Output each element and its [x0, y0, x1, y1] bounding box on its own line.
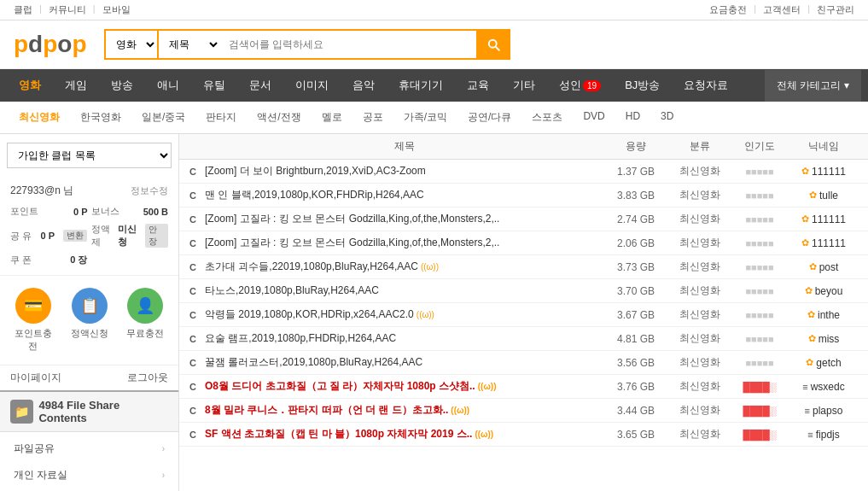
subnav-fantasy[interactable]: 판타지: [197, 107, 245, 128]
catnav-bj[interactable]: BJ방송: [613, 69, 672, 102]
file-pop: ■■■■■: [730, 310, 789, 320]
file-title[interactable]: 꿀잼 롤러코스터,2019,1080p,BluRay,H264,AAC: [205, 355, 602, 370]
table-row: C SF 액션 초고화질（캡 틴 마 블）1080p 자체자막 2019 스..…: [179, 423, 868, 447]
catnav-request[interactable]: 요청자료: [672, 69, 740, 102]
file-pop: ■■■■■: [730, 238, 789, 248]
plan-badge[interactable]: 안장: [145, 224, 168, 248]
file-pop: ■■■■■: [730, 334, 789, 344]
file-cat: 최신영화: [670, 427, 730, 441]
free-icon: 👤: [127, 288, 163, 324]
sub-nav: 최신영화 한국영화 일본/중국 판타지 액션/전쟁 멜로 공포 가족/코믹 공연…: [0, 102, 868, 134]
search-input[interactable]: [220, 29, 476, 60]
file-nick: ✿miss: [789, 333, 858, 345]
file-title[interactable]: 초가대 괴수들,22019,1080p,BluRay,H264,AAC((ω)): [205, 260, 602, 274]
col-pop: 인기도: [730, 139, 789, 154]
file-title[interactable]: [Zoom] 더 보이 Brightburn,2019,XviD,AC3-Zoo…: [205, 164, 602, 178]
sidebar-buttons: 💳 포인트충전 📋 정액신청 👤 무료충전: [0, 276, 178, 365]
file-size: 3.70 GB: [602, 285, 670, 297]
logout-link[interactable]: 로그아웃: [127, 371, 168, 385]
file-size: 3.73 GB: [602, 261, 670, 273]
table-row: C [Zoom] 더 보이 Brightburn,2019,XviD,AC3-Z…: [179, 160, 868, 184]
menu-fileshare[interactable]: 파일공유 ›: [0, 435, 178, 462]
search-category-select[interactable]: 영화 게임 방송: [104, 29, 157, 60]
file-type-icon: C: [189, 310, 205, 320]
file-title[interactable]: [Zoom] 고질라 : 킹 오브 몬스터 Godzilla,King,of,t…: [205, 212, 602, 226]
search-field-select[interactable]: 제목 내용 닉네임: [157, 29, 220, 60]
topnav-mobile[interactable]: 모바일: [102, 3, 131, 16]
point-charge-label: 포인트충전: [10, 327, 56, 353]
topnav-club[interactable]: 클럽: [14, 3, 32, 16]
topnav-support[interactable]: 고객센터: [763, 3, 801, 16]
mypage-link[interactable]: 마이페이지: [10, 371, 61, 385]
plan-icon: 📋: [72, 288, 108, 324]
file-size: 3.67 GB: [602, 309, 670, 321]
file-pop: ■■■■■: [730, 190, 789, 201]
subnav-3d[interactable]: 3D: [652, 107, 682, 128]
catnav-other[interactable]: 기타: [501, 69, 547, 102]
subnav-sports[interactable]: 스포츠: [523, 107, 571, 128]
plan-apply-btn[interactable]: 📋 정액신청: [63, 283, 116, 358]
table-row: C 악령들 2019,1080p,KOR,HDRip,x264,AAC2.0((…: [179, 303, 868, 327]
file-pop: ████░: [730, 382, 789, 392]
file-type-icon: C: [189, 238, 205, 248]
subnav-hd[interactable]: HD: [617, 107, 649, 128]
point-charge-btn[interactable]: 💳 포인트충전: [7, 283, 60, 358]
menu-personal[interactable]: 개인 자료실 ›: [0, 462, 178, 488]
file-type-icon: C: [189, 382, 205, 392]
catnav-util[interactable]: 유틸: [191, 69, 237, 102]
subnav-melo[interactable]: 멜로: [313, 107, 351, 128]
fileshare-title: 4984 File Share Contents: [38, 399, 168, 424]
search-button[interactable]: [476, 29, 510, 60]
file-title[interactable]: 요술 램프,2019,1080p,FHDRip,H264,AAC: [205, 331, 602, 346]
catnav-mobile[interactable]: 휴대기기: [387, 69, 455, 102]
topnav-community[interactable]: 커뮤니티: [49, 3, 86, 16]
file-nick: ✿post: [789, 261, 858, 273]
edit-info-link[interactable]: 정보수정: [131, 184, 168, 197]
file-title[interactable]: 맨 인 블랙,2019,1080p,KOR,FHDRip,H264,AAC: [205, 188, 602, 202]
file-title[interactable]: 8월 밀라 쿠니스．판타지 떠파（언 더 랜 드）초고화..((ω)): [205, 403, 602, 418]
file-cat: 최신영화: [670, 212, 730, 226]
file-nick: ✿111111: [789, 213, 858, 225]
subnav-korean[interactable]: 한국영화: [72, 107, 130, 128]
file-title[interactable]: 악령들 2019,1080p,KOR,HDRip,x264,AAC2.0((ω)…: [205, 307, 602, 322]
catnav-anime[interactable]: 애니: [145, 69, 191, 102]
file-title[interactable]: [Zoom] 고질라 : 킹 오브 몬스터 Godzilla,King,of,t…: [205, 236, 602, 250]
convert-badge[interactable]: 변환: [63, 230, 87, 242]
file-pop: ████░: [730, 406, 789, 416]
file-cat: 최신영화: [670, 307, 730, 322]
catnav-games[interactable]: 게임: [53, 69, 99, 102]
subnav-concert[interactable]: 공연/다큐: [459, 107, 520, 128]
file-title[interactable]: 타노스,2019,1080p,BluRay,H264,AAC: [205, 283, 602, 298]
file-size: 3.76 GB: [602, 381, 670, 393]
subnav-japanese[interactable]: 일본/중국: [133, 107, 194, 128]
club-select-area: 가입한 클럽 목록: [7, 143, 172, 168]
subnav-new[interactable]: 최신영화: [10, 107, 68, 128]
catnav-docs[interactable]: 문서: [237, 69, 283, 102]
catnav-edu[interactable]: 교육: [455, 69, 501, 102]
catnav-adult[interactable]: 성인19: [547, 69, 613, 102]
file-type-icon: C: [189, 167, 205, 177]
topnav-friends[interactable]: 친구관리: [817, 3, 854, 16]
catnav-movies[interactable]: 영화: [7, 69, 53, 102]
topnav-charge[interactable]: 요금충전: [709, 3, 747, 16]
catnav-music[interactable]: 음악: [341, 69, 387, 102]
table-row: C [Zoom] 고질라 : 킹 오브 몬스터 Godzilla,King,of…: [179, 208, 868, 231]
catnav-images[interactable]: 이미지: [283, 69, 341, 102]
search-area: 영화 게임 방송 제목 내용 닉네임: [104, 29, 531, 60]
table-row: C 요술 램프,2019,1080p,FHDRip,H264,AAC 4.81 …: [179, 327, 868, 351]
subnav-action[interactable]: 액션/전쟁: [248, 107, 309, 128]
file-pop: ■■■■■: [730, 286, 789, 296]
file-cat: 최신영화: [670, 379, 730, 394]
plan-apply-label: 정액신청: [71, 327, 108, 340]
catnav-all[interactable]: 전체 카테고리 ▾: [765, 70, 861, 102]
free-charge-btn[interactable]: 👤 무료충전: [119, 283, 172, 358]
subnav-dvd[interactable]: DVD: [574, 107, 613, 128]
subnav-horror[interactable]: 공포: [354, 107, 392, 128]
stat-coupon: 쿠 폰 0 장: [10, 252, 88, 268]
club-select[interactable]: 가입한 클럽 목록: [7, 143, 172, 168]
free-charge-label: 무료충전: [126, 327, 164, 340]
catnav-broadcast[interactable]: 방송: [99, 69, 145, 102]
file-title[interactable]: SF 액션 초고화질（캡 틴 마 블）1080p 자체자막 2019 스..((…: [205, 427, 602, 441]
file-title[interactable]: O8월 드디어 초고화질（고 질 라）자체자막 1080p 스샷첨..((ω)): [205, 379, 602, 394]
subnav-family[interactable]: 가족/코믹: [395, 107, 456, 128]
